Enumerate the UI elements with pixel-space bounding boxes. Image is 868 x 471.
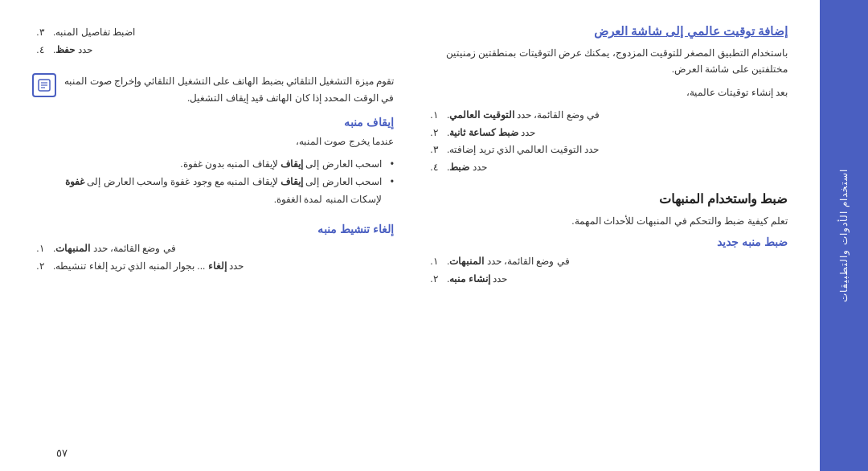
cont-steps-list: ٣. اضبط تفاصيل المنبه. ٤. حدد حفظ.: [32, 24, 394, 59]
note-box: تقوم ميزة التشغيل التلقائي بضبط الهاتف ع…: [32, 73, 394, 106]
add-world-clock-steps: ١. في وضع القائمة، حدد التوقيت العالمي. …: [426, 107, 788, 176]
alarm-step-1: ١. في وضع القائمة، حدد المنبهات.: [426, 253, 788, 271]
alarms-main-title: ضبط واستخدام المنبهات: [426, 191, 788, 207]
note-icon: [32, 73, 56, 97]
new-alarm-steps: ١. في وضع القائمة، حدد المنبهات. ٢. حدد …: [426, 253, 788, 288]
add-world-clock-title: إضافة توقيت عالمي إلى شاشة العرض: [426, 24, 788, 39]
step-4: ٤. حدد ضبط.: [426, 159, 788, 177]
alarms-section: ضبط واستخدام المنبهات تعلم كيفية ضبط وال…: [426, 191, 788, 289]
stop-bullet-1: اسحب العارض إلى إيقاف لإيقاف المنبه بدون…: [32, 156, 394, 174]
note-content: تقوم ميزة التشغيل التلقائي بضبط الهاتف ع…: [64, 73, 394, 106]
cont-step-3: ٣. اضبط تفاصيل المنبه.: [32, 24, 394, 42]
add-world-clock-after: بعد إنشاء توقيتات عالمية،: [426, 84, 788, 100]
cont-step-4: ٤. حدد حفظ.: [32, 42, 394, 59]
alarms-intro: تعلم كيفية ضبط والتحكم في المنبهات للأحد…: [426, 213, 788, 229]
step-1: ١. في وضع القائمة، حدد التوقيت العالمي.: [426, 107, 788, 125]
add-world-clock-intro: باستخدام التطبيق المصغر للتوقيت المزدوج،…: [426, 45, 788, 78]
alarm-step-2: ٢. حدد إنشاء منبه.: [426, 271, 788, 289]
left-column: ٣. اضبط تفاصيل المنبه. ٤. حدد حفظ.: [32, 24, 394, 455]
deactivate-step-2: ٢. حدد إلغاء ... بجوار المنبه الذي تريد …: [32, 258, 394, 276]
page-number: ٥٧: [56, 447, 68, 459]
step-2: ٢. حدد ضبط كساعة ثانية.: [426, 125, 788, 142]
stop-alarm-intro: عندما يخرج صوت المنبه،: [32, 133, 394, 149]
deactivate-step-1: ١. في وضع القائمة، حدد المنبهات.: [32, 240, 394, 258]
right-column: إضافة توقيت عالمي إلى شاشة العرض باستخدا…: [426, 24, 788, 455]
stop-alarm-bullets: اسحب العارض إلى إيقاف لإيقاف المنبه بدون…: [32, 156, 394, 208]
sidebar-label: استخدام الأدوات والتطبيقات: [838, 169, 850, 302]
sidebar: استخدام الأدوات والتطبيقات: [820, 0, 868, 471]
step-3: ٣. حدد التوقيت العالمي الذي تريد إضافته.: [426, 141, 788, 159]
deactivate-alarm-section: إلغاء تنشيط منبه ١. في وضع القائمة، حدد …: [32, 223, 394, 275]
page-container: استخدام الأدوات والتطبيقات إضافة توقيت ع…: [0, 0, 868, 471]
add-world-clock-section: إضافة توقيت عالمي إلى شاشة العرض باستخدا…: [426, 24, 788, 177]
main-content: إضافة توقيت عالمي إلى شاشة العرض باستخدا…: [0, 0, 820, 471]
stop-bullet-2: اسحب العارض إلى إيقاف لإيقاف المنبه مع و…: [32, 174, 394, 208]
stop-alarm-section: إيقاف منبه عندما يخرج صوت المنبه، اسحب ا…: [32, 116, 394, 208]
deactivate-alarm-steps: ١. في وضع القائمة، حدد المنبهات. ٢. حدد …: [32, 240, 394, 275]
stop-alarm-title: إيقاف منبه: [32, 116, 394, 129]
cont-steps: ٣. اضبط تفاصيل المنبه. ٤. حدد حفظ.: [32, 24, 394, 59]
deactivate-alarm-title: إلغاء تنشيط منبه: [32, 223, 394, 236]
new-alarm-title: ضبط منبه جديد: [426, 236, 788, 248]
